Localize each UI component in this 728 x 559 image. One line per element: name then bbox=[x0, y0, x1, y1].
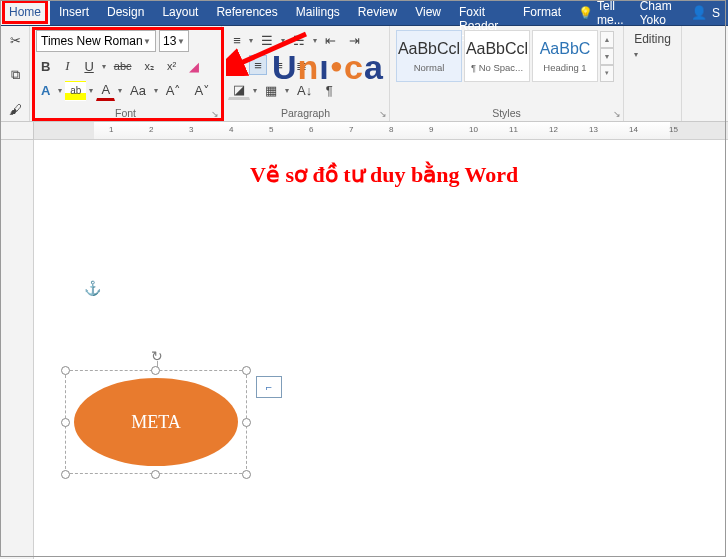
styles-expand[interactable]: ▾ bbox=[600, 65, 614, 82]
change-case-button[interactable]: Aa bbox=[125, 81, 151, 101]
group-font: Times New Roman ▼ 13 ▼ B I U▾ abc x₂ x² … bbox=[30, 26, 222, 121]
shrink-font-button[interactable]: A˅ bbox=[189, 81, 215, 101]
font-dialog-launcher[interactable]: ↘ bbox=[211, 109, 219, 119]
ruler-tick: 15 bbox=[669, 125, 678, 134]
tab-references[interactable]: References bbox=[207, 0, 286, 25]
font-size-value: 13 bbox=[163, 34, 176, 48]
tell-me-search[interactable]: 💡 Tell me... bbox=[570, 0, 632, 25]
underline-button[interactable]: U bbox=[79, 56, 98, 76]
editing-dropdown[interactable]: Editing▾ bbox=[632, 30, 673, 62]
highlight-button[interactable]: ab bbox=[65, 81, 86, 101]
style-label: ¶ No Spac... bbox=[471, 62, 523, 73]
align-left-button[interactable]: ≡ bbox=[228, 55, 246, 75]
bold-button[interactable]: B bbox=[36, 56, 55, 76]
tab-insert[interactable]: Insert bbox=[50, 0, 98, 25]
chevron-down-icon: ▾ bbox=[89, 86, 93, 95]
align-center-button[interactable]: ≡ bbox=[249, 55, 267, 75]
sort-button[interactable]: A↓ bbox=[292, 80, 317, 100]
copy-button[interactable]: ⧉ bbox=[6, 65, 24, 85]
styles-dialog-launcher[interactable]: ↘ bbox=[613, 109, 621, 119]
layout-options-button[interactable]: ⌐ bbox=[256, 376, 282, 398]
font-size-combo[interactable]: 13 ▼ bbox=[159, 30, 189, 52]
tab-layout[interactable]: Layout bbox=[153, 0, 207, 25]
shading-button[interactable]: ◪ bbox=[228, 80, 250, 100]
line-spacing-button[interactable]: ↕ bbox=[315, 55, 333, 75]
resize-handle-n[interactable] bbox=[151, 366, 160, 375]
editing-label: Editing bbox=[634, 32, 671, 46]
tab-format[interactable]: Format bbox=[514, 0, 570, 25]
ellipse-shape[interactable]: META bbox=[74, 378, 238, 466]
style-no-spacing[interactable]: AaBbCcl ¶ No Spac... bbox=[464, 30, 530, 82]
ruler-tick: 11 bbox=[509, 125, 518, 134]
font-name-combo[interactable]: Times New Roman ▼ bbox=[36, 30, 156, 52]
tab-view[interactable]: View bbox=[406, 0, 450, 25]
decrease-indent-button[interactable]: ⇤ bbox=[320, 30, 341, 50]
style-label: Normal bbox=[414, 62, 445, 73]
bullets-button[interactable]: ≡ bbox=[228, 30, 246, 50]
group-paragraph-label: Paragraph bbox=[228, 107, 383, 119]
account-user[interactable]: Cham Yoko bbox=[632, 0, 683, 25]
selected-shape-container[interactable]: ↻ META bbox=[65, 348, 247, 476]
numbering-button[interactable]: ☰ bbox=[256, 30, 278, 50]
document-title-text[interactable]: Vẽ sơ đồ tư duy bằng Word bbox=[250, 162, 518, 188]
ruler-tick: 1 bbox=[109, 125, 113, 134]
ruler-corner bbox=[0, 122, 34, 140]
resize-handle-se[interactable] bbox=[242, 470, 251, 479]
borders-button[interactable]: ▦ bbox=[260, 80, 282, 100]
strikethrough-button[interactable]: abc bbox=[109, 56, 137, 76]
horizontal-ruler[interactable]: 1 2 3 4 5 6 7 8 9 10 11 12 13 14 15 bbox=[34, 122, 728, 140]
page-canvas[interactable]: Vẽ sơ đồ tư duy bằng Word ⚓ ⌐ ↻ META bbox=[34, 140, 728, 559]
style-normal[interactable]: AaBbCcl Normal bbox=[396, 30, 462, 82]
grow-font-button[interactable]: A˄ bbox=[161, 81, 187, 101]
paragraph-dialog-launcher[interactable]: ↘ bbox=[379, 109, 387, 119]
style-heading-1[interactable]: AaBbC Heading 1 bbox=[532, 30, 598, 82]
tab-foxit[interactable]: Foxit Reader P bbox=[450, 0, 514, 25]
increase-indent-button[interactable]: ⇥ bbox=[344, 30, 365, 50]
styles-scroll-up[interactable]: ▲ bbox=[600, 31, 614, 48]
ruler-tick: 7 bbox=[349, 125, 353, 134]
resize-handle-sw[interactable] bbox=[61, 470, 70, 479]
styles-scroll-down[interactable]: ▼ bbox=[600, 48, 614, 65]
group-styles: AaBbCcl Normal AaBbCcl ¶ No Spac... AaBb… bbox=[390, 26, 624, 121]
chevron-down-icon: ▼ bbox=[143, 37, 151, 46]
resize-handle-e[interactable] bbox=[242, 418, 251, 427]
share-icon: 👤 bbox=[691, 5, 707, 20]
resize-handle-nw[interactable] bbox=[61, 366, 70, 375]
clear-formatting-button[interactable]: ◢ bbox=[184, 56, 204, 76]
share-label: S bbox=[712, 6, 720, 20]
italic-button[interactable]: I bbox=[58, 56, 76, 76]
lightbulb-icon: 💡 bbox=[578, 6, 593, 20]
style-sample: AaBbC bbox=[540, 40, 591, 58]
share-button[interactable]: 👤 S bbox=[683, 0, 728, 25]
show-hide-button[interactable]: ¶ bbox=[320, 80, 338, 100]
text-effects-button[interactable]: A bbox=[36, 81, 55, 101]
ruler-tick: 6 bbox=[309, 125, 313, 134]
align-right-button[interactable]: ≡ bbox=[270, 55, 288, 75]
resize-handle-s[interactable] bbox=[151, 470, 160, 479]
font-name-value: Times New Roman bbox=[41, 34, 143, 48]
subscript-button[interactable]: x₂ bbox=[140, 56, 160, 76]
tab-home[interactable]: Home bbox=[0, 0, 50, 25]
cut-button[interactable]: ✂ bbox=[6, 30, 24, 50]
chevron-down-icon: ▾ bbox=[58, 86, 62, 95]
tab-review[interactable]: Review bbox=[349, 0, 406, 25]
resize-handle-ne[interactable] bbox=[242, 366, 251, 375]
shape-text[interactable]: META bbox=[131, 412, 181, 433]
chevron-down-icon: ▼ bbox=[177, 37, 185, 46]
rotate-handle-icon[interactable]: ↻ bbox=[151, 348, 165, 362]
tab-design[interactable]: Design bbox=[98, 0, 153, 25]
justify-button[interactable]: ≣ bbox=[291, 55, 312, 75]
ruler-tick: 5 bbox=[269, 125, 273, 134]
ruler-tick: 14 bbox=[629, 125, 638, 134]
group-editing: Editing▾ bbox=[624, 26, 682, 121]
document-area: Vẽ sơ đồ tư duy bằng Word ⚓ ⌐ ↻ META bbox=[0, 140, 728, 559]
chevron-down-icon: ▾ bbox=[102, 62, 106, 71]
vertical-ruler[interactable] bbox=[0, 140, 34, 559]
superscript-button[interactable]: x² bbox=[162, 56, 181, 76]
tab-mailings[interactable]: Mailings bbox=[287, 0, 349, 25]
format-painter-button[interactable]: 🖌 bbox=[6, 99, 24, 119]
resize-handle-w[interactable] bbox=[61, 418, 70, 427]
font-color-button[interactable]: A bbox=[96, 81, 115, 101]
ribbon: ✂ ⧉ 🖌 Times New Roman ▼ 13 ▼ B I U▾ abc … bbox=[0, 26, 728, 122]
multilevel-list-button[interactable]: ☵ bbox=[288, 30, 310, 50]
